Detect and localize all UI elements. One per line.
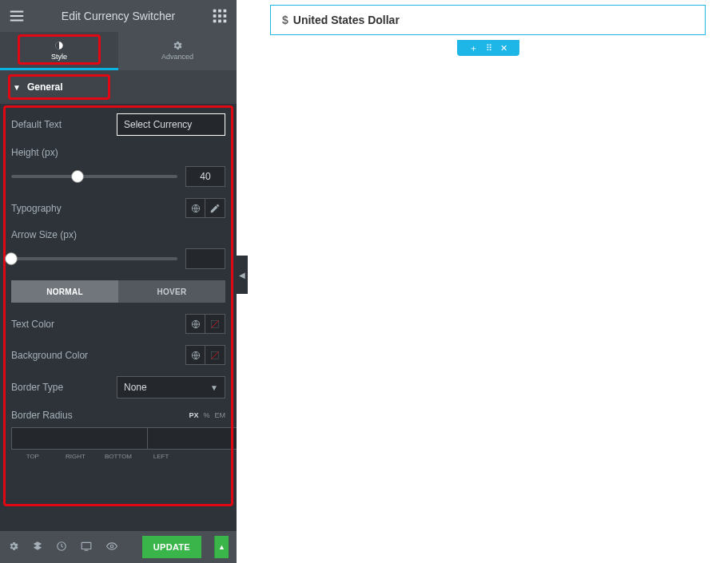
text-color-picker[interactable] <box>205 314 225 334</box>
state-normal[interactable]: NORMAL <box>11 280 118 303</box>
panel-header: Edit Currency Switcher <box>0 0 237 32</box>
svg-rect-0 <box>213 10 217 13</box>
svg-rect-3 <box>213 14 217 18</box>
height-slider[interactable] <box>11 175 177 178</box>
typography-global-icon[interactable] <box>185 198 205 218</box>
update-button[interactable]: UPDATE <box>142 536 201 558</box>
svg-rect-6 <box>213 20 217 23</box>
close-section-icon[interactable]: ✕ <box>500 43 507 54</box>
border-radius-units: PX % EM <box>189 411 225 419</box>
bg-color-global-icon[interactable] <box>185 345 205 365</box>
arrow-size-slider[interactable] <box>11 257 177 260</box>
border-type-select[interactable]: None ▼ <box>117 376 225 398</box>
tab-advanced[interactable]: Advanced <box>118 32 237 70</box>
panel-footer: UPDATE ▲ <box>0 531 237 563</box>
unit-percent[interactable]: % <box>203 411 209 419</box>
navigator-icon[interactable] <box>32 541 43 554</box>
arrow-size-label: Arrow Size (px) <box>11 229 77 240</box>
radius-top-lbl: TOP <box>11 450 54 460</box>
typography-edit-icon[interactable] <box>205 198 225 218</box>
default-text-label: Default Text <box>11 119 62 130</box>
preview-area: $ United States Dollar ＋ ⠿ ✕ ⤢ HOME › NE… <box>248 0 728 563</box>
collapse-panel[interactable]: ◀ <box>237 256 248 294</box>
radius-top[interactable] <box>11 427 147 450</box>
apps-icon[interactable] <box>211 7 229 25</box>
caret-down-icon: ▼ <box>13 83 21 92</box>
tab-style-label: Style <box>51 53 67 61</box>
border-type-label: Border Type <box>11 382 63 393</box>
panel-title: Edit Currency Switcher <box>26 10 211 22</box>
edit-section-icon[interactable]: ⠿ <box>486 43 492 54</box>
svg-rect-5 <box>224 14 227 18</box>
height-label: Height (px) <box>11 147 58 158</box>
border-radius-inputs <box>11 427 225 450</box>
currency-switcher[interactable]: $ United States Dollar <box>270 5 706 35</box>
default-text-input[interactable] <box>117 113 225 136</box>
tab-style[interactable]: Style <box>0 32 118 70</box>
svg-point-18 <box>110 545 113 548</box>
height-value[interactable] <box>185 166 225 187</box>
border-radius-label: Border Radius <box>11 410 73 421</box>
svg-rect-8 <box>224 20 227 23</box>
state-tabs: NORMAL HOVER <box>11 280 225 303</box>
svg-rect-7 <box>218 20 221 23</box>
svg-rect-2 <box>224 10 227 13</box>
add-section-icon[interactable]: ＋ <box>469 42 478 54</box>
editor-panel: Edit Currency Switcher Style Advanced ▼ … <box>0 0 237 563</box>
responsive-icon[interactable] <box>80 541 93 554</box>
section-general[interactable]: ▼ General <box>0 70 237 104</box>
settings-icon[interactable] <box>8 541 19 554</box>
unit-px[interactable]: PX <box>189 411 198 419</box>
typography-label: Typography <box>11 203 62 214</box>
radius-left-lbl: LEFT <box>140 450 183 460</box>
update-options[interactable]: ▲ <box>214 536 229 558</box>
bg-color-label: Background Color <box>11 350 88 361</box>
state-hover[interactable]: HOVER <box>118 280 225 303</box>
section-controls: ＋ ⠿ ✕ <box>457 40 519 56</box>
svg-line-16 <box>211 351 218 359</box>
chevron-down-icon: ▼ <box>210 383 218 392</box>
currency-symbol: $ <box>282 14 288 26</box>
history-icon[interactable] <box>56 541 67 554</box>
text-color-global-icon[interactable] <box>185 314 205 334</box>
svg-rect-4 <box>218 14 221 18</box>
svg-rect-1 <box>218 10 221 13</box>
arrow-size-value[interactable] <box>185 248 225 269</box>
radius-right[interactable] <box>147 427 237 450</box>
border-type-value: None <box>124 382 147 393</box>
tab-advanced-label: Advanced <box>161 53 193 61</box>
preview-icon[interactable] <box>105 541 118 554</box>
section-general-label: General <box>27 81 63 93</box>
bg-color-picker[interactable] <box>205 345 225 365</box>
currency-label: United States Dollar <box>293 14 400 26</box>
radius-bottom-lbl: BOTTOM <box>97 450 140 460</box>
panel-tabs: Style Advanced <box>0 32 237 70</box>
svg-rect-17 <box>82 542 91 549</box>
menu-icon[interactable] <box>8 7 26 25</box>
text-color-label: Text Color <box>11 319 54 330</box>
svg-line-13 <box>211 320 218 327</box>
unit-em[interactable]: EM <box>215 411 226 419</box>
radius-right-lbl: RIGHT <box>54 450 97 460</box>
style-controls: Default Text Height (px) Typography <box>0 104 237 531</box>
